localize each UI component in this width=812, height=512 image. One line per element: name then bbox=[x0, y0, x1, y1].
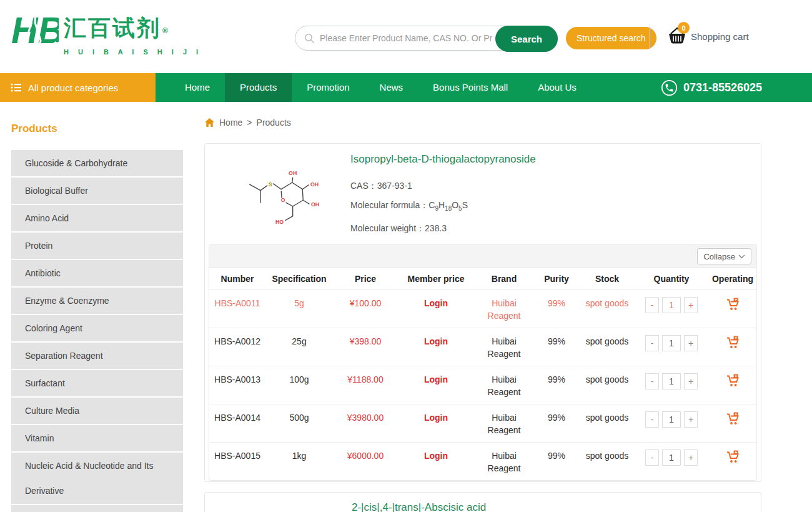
quantity-input[interactable] bbox=[662, 297, 681, 313]
quantity-stepper: -+ bbox=[635, 297, 708, 313]
product-stock: spot goods bbox=[579, 449, 635, 462]
sidebar-item[interactable]: Glucoside & Carbohydrate bbox=[11, 150, 183, 176]
product-price: ¥1188.00 bbox=[333, 373, 398, 386]
product-purity: 99% bbox=[534, 449, 579, 462]
all-categories-label: All product categories bbox=[28, 83, 118, 93]
quantity-increase-button[interactable]: + bbox=[684, 411, 698, 428]
sidebar-title: Products bbox=[11, 123, 183, 135]
next-product-title[interactable]: 2-|cis|,4-|trans|-Abscisic acid bbox=[352, 501, 761, 512]
quantity-increase-button[interactable]: + bbox=[684, 335, 698, 351]
member-price-cell: Login bbox=[398, 297, 474, 309]
table-row: HBS-A00115g¥100.00LoginHuibai Reagent99%… bbox=[209, 289, 756, 328]
product-price: ¥398.00 bbox=[333, 335, 398, 348]
product-number: HBS-A0012 bbox=[209, 335, 265, 348]
quantity-decrease-button[interactable]: - bbox=[645, 373, 659, 389]
sidebar-item[interactable]: Coloring Agent bbox=[11, 315, 183, 341]
header-divider bbox=[650, 24, 650, 51]
column-header: Brand bbox=[474, 274, 534, 284]
login-link[interactable]: Login bbox=[424, 413, 448, 423]
product-stock: spot goods bbox=[579, 297, 635, 309]
quantity-input[interactable] bbox=[662, 449, 681, 466]
member-price-cell: Login bbox=[398, 449, 474, 462]
cart-label: Shopping cart bbox=[691, 31, 749, 42]
add-to-cart-button[interactable] bbox=[726, 412, 740, 427]
nav-item-promotion[interactable]: Promotion bbox=[292, 73, 364, 102]
sidebar-item[interactable]: Enzyme & Coenzyme bbox=[11, 288, 183, 314]
add-to-cart-button[interactable] bbox=[726, 374, 740, 389]
quantity-stepper: -+ bbox=[635, 373, 708, 389]
registered-mark: ® bbox=[162, 26, 170, 35]
nav-item-home[interactable]: Home bbox=[170, 73, 225, 102]
column-header: Operating bbox=[708, 274, 758, 284]
add-to-cart-button[interactable] bbox=[726, 298, 740, 313]
sidebar-item[interactable]: Nucleic Acid & Nucleotide and Its Deriva… bbox=[11, 453, 183, 504]
site-logo[interactable]: HB 汇百试剂® H U I B A I S H I J I bbox=[11, 8, 202, 58]
sidebar-item[interactable]: Separation Reagent bbox=[11, 343, 183, 369]
login-link[interactable]: Login bbox=[424, 374, 448, 384]
structured-search-button[interactable]: Structured search bbox=[566, 27, 656, 49]
list-icon bbox=[11, 83, 22, 93]
weight-label: Molecular weight： bbox=[350, 223, 425, 233]
product-brand: Huibai Reagent bbox=[474, 335, 534, 360]
sidebar-item[interactable]: Protein bbox=[11, 233, 183, 259]
nav-item-bonus-points-mall[interactable]: Bonus Points Mall bbox=[418, 73, 523, 102]
login-link[interactable]: Login bbox=[424, 298, 448, 308]
shopping-cart-link[interactable]: 0 Shopping cart bbox=[667, 26, 749, 46]
add-to-cart-icon bbox=[726, 412, 740, 425]
quantity-increase-button[interactable]: + bbox=[684, 373, 698, 389]
svg-text:O: O bbox=[281, 197, 285, 203]
table-row: HBS-A0013100g¥1188.00LoginHuibai Reagent… bbox=[209, 366, 756, 404]
login-link[interactable]: Login bbox=[424, 336, 448, 346]
column-header: Quantity bbox=[635, 274, 708, 284]
sidebar-item[interactable]: Surfactant bbox=[11, 370, 183, 396]
sidebar-item[interactable]: Antibiotic bbox=[11, 260, 183, 286]
column-header: Price bbox=[333, 274, 398, 284]
nav-item-news[interactable]: News bbox=[365, 73, 418, 102]
quantity-input[interactable] bbox=[662, 411, 681, 428]
sidebar-item[interactable]: Biological Buffer bbox=[11, 178, 183, 204]
search-input[interactable] bbox=[320, 27, 492, 49]
nav-item-about-us[interactable]: About Us bbox=[523, 73, 592, 102]
quantity-input[interactable] bbox=[662, 335, 681, 351]
search-button[interactable]: Search bbox=[495, 26, 558, 52]
breadcrumb-home[interactable]: Home bbox=[219, 118, 242, 128]
add-to-cart-button[interactable] bbox=[726, 450, 740, 465]
login-link[interactable]: Login bbox=[424, 451, 448, 461]
all-categories-button[interactable]: All product categories bbox=[0, 73, 156, 102]
sidebar-item[interactable]: Other Biochemical Reagent bbox=[11, 505, 183, 512]
formula-element: C bbox=[428, 200, 435, 210]
quantity-stepper: -+ bbox=[635, 411, 708, 428]
quantity-decrease-button[interactable]: - bbox=[645, 335, 659, 351]
logo-pinyin: H U I B A I S H I J I bbox=[64, 48, 202, 56]
table-row: HBS-A0014500g¥3980.00LoginHuibai Reagent… bbox=[209, 404, 756, 442]
collapse-button[interactable]: Collapse bbox=[697, 248, 751, 264]
cas-value: 367-93-1 bbox=[377, 181, 412, 191]
product-number: HBS-A0013 bbox=[209, 373, 265, 386]
quantity-increase-button[interactable]: + bbox=[684, 449, 698, 466]
sidebar-item[interactable]: Vitamin bbox=[11, 425, 183, 451]
column-header: Number bbox=[209, 274, 265, 284]
logo-chinese: 汇百试剂 bbox=[64, 15, 161, 41]
column-header: Member price bbox=[398, 274, 474, 284]
product-title[interactable]: Isopropyl-beta-D-thiogalactopyranoside bbox=[350, 153, 536, 166]
quantity-decrease-button[interactable]: - bbox=[645, 411, 659, 428]
quantity-input[interactable] bbox=[662, 373, 681, 389]
product-brand: Huibai Reagent bbox=[474, 297, 534, 322]
breadcrumb-current[interactable]: Products bbox=[257, 118, 291, 128]
add-to-cart-button[interactable] bbox=[726, 336, 740, 351]
quantity-decrease-button[interactable]: - bbox=[645, 449, 659, 466]
cart-count-badge: 0 bbox=[678, 22, 690, 34]
nav-item-products[interactable]: Products bbox=[225, 73, 292, 102]
table-row: HBS-A00151kg¥6000.00LoginHuibai Reagent9… bbox=[209, 442, 756, 480]
quantity-stepper: -+ bbox=[635, 335, 708, 351]
sidebar-item[interactable]: Amino Acid bbox=[11, 205, 183, 231]
product-price: ¥100.00 bbox=[333, 297, 398, 309]
product-purity: 99% bbox=[534, 373, 579, 386]
operating-cell bbox=[708, 449, 758, 465]
quantity-increase-button[interactable]: + bbox=[684, 297, 698, 313]
sidebar-item[interactable]: Culture Media bbox=[11, 398, 183, 424]
next-product-card: 2-|cis|,4-|trans|-Abscisic acid bbox=[204, 492, 761, 512]
quantity-decrease-button[interactable]: - bbox=[645, 297, 659, 313]
home-icon bbox=[204, 118, 215, 128]
cas-line: CAS：367-93-1 bbox=[350, 179, 536, 192]
